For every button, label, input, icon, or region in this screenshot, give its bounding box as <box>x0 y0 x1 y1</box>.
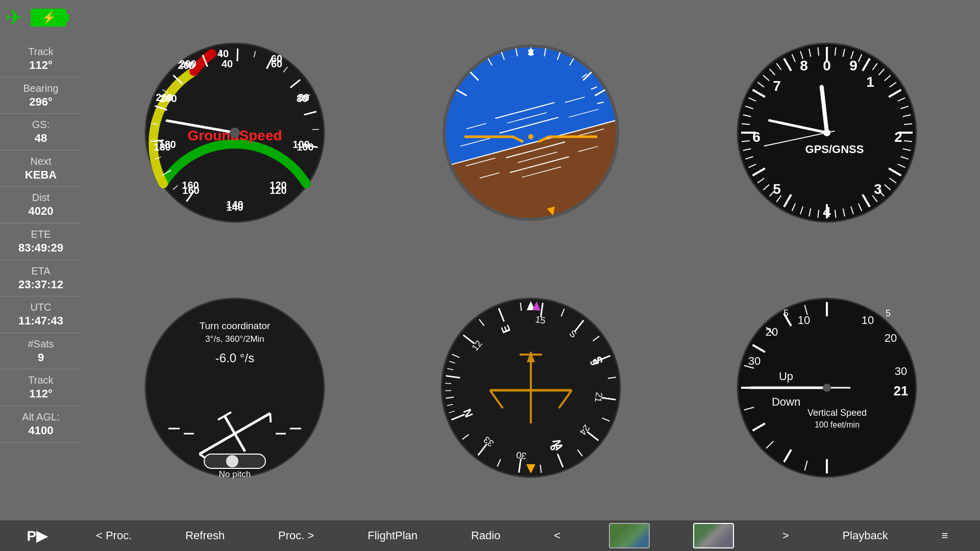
track2-value: 112° <box>5 387 77 402</box>
eta-label: ETA <box>5 264 77 278</box>
sats-value: 9 <box>5 350 77 365</box>
eta-value: 23:37:12 <box>5 278 77 292</box>
svg-text:21: 21 <box>894 383 909 398</box>
sats-label: #Sats <box>5 337 77 350</box>
svg-text:40: 40 <box>217 48 229 59</box>
svg-text:80: 80 <box>298 92 309 103</box>
svg-text:20: 20 <box>885 332 897 344</box>
speedometer-cell: 40 60 80 100 120 140 160 180 200 200 200… <box>92 10 378 255</box>
next-proc-button[interactable]: Proc. > <box>273 527 319 545</box>
sidebar-next: Next KEBA <box>0 151 82 187</box>
map-thumbnail-1[interactable] <box>609 523 650 548</box>
svg-line-21 <box>312 130 319 130</box>
track2-label: Track <box>5 373 77 387</box>
menu-button[interactable]: ≡ <box>937 527 953 545</box>
prev-map-button[interactable]: < <box>549 527 566 545</box>
dist-label: Dist <box>5 191 77 204</box>
toolbar-logo: P▶ <box>27 528 47 544</box>
svg-text:1: 1 <box>866 74 874 90</box>
sidebar-bearing: Bearing 296° <box>0 78 82 114</box>
track-label: Track <box>5 45 77 58</box>
svg-line-7 <box>237 48 238 61</box>
turn-coordinator: Turn coordinator 3°/s, 360°/2Min -6.0 °/… <box>143 296 327 480</box>
svg-text:7: 7 <box>773 78 781 94</box>
svg-text:15: 15 <box>534 314 546 326</box>
svg-text:5: 5 <box>783 308 789 318</box>
battery-icon: ⚡ <box>31 9 66 27</box>
svg-text:160: 160 <box>182 185 199 196</box>
flightplan-button[interactable]: FlightPlan <box>362 527 423 545</box>
svg-text:200: 200 <box>178 60 194 71</box>
attitude-cell: V <box>388 10 674 255</box>
instruments-grid: 40 60 80 100 120 140 160 180 200 200 200… <box>82 0 980 520</box>
toolbar: P▶ < Proc. Refresh Proc. > FlightPlan Ra… <box>0 520 980 551</box>
svg-text:Up: Up <box>779 370 793 383</box>
sidebar-sats: #Sats 9 <box>0 333 82 370</box>
svg-text:5: 5 <box>886 308 891 318</box>
svg-text:100: 100 <box>297 141 313 153</box>
playback-button[interactable]: Playback <box>837 527 893 545</box>
svg-text:9: 9 <box>849 58 857 73</box>
svg-text:2: 2 <box>894 129 902 145</box>
sidebar-altagl: Alt AGL: 4100 <box>0 406 82 443</box>
svg-text:3°/s, 360°/2Min: 3°/s, 360°/2Min <box>205 334 264 344</box>
svg-point-262 <box>823 384 831 392</box>
svg-text:21: 21 <box>593 391 604 403</box>
sidebar-track2: Track 112° <box>0 369 82 406</box>
next-map-button[interactable]: > <box>777 527 794 545</box>
svg-text:No pitch: No pitch <box>219 469 251 479</box>
utc-value: 11:47:43 <box>5 314 77 329</box>
svg-text:30: 30 <box>516 449 527 461</box>
prev-proc-button[interactable]: < Proc. <box>91 527 137 545</box>
svg-text:Vertical Speed: Vertical Speed <box>807 408 867 418</box>
sidebar: Track 112° Bearing 296° GS: 48 Next KEBA… <box>0 41 82 520</box>
svg-text:10: 10 <box>798 314 810 327</box>
svg-text:-6.0 °/s: -6.0 °/s <box>215 351 254 365</box>
svg-text:GPS/GNSS: GPS/GNSS <box>805 143 864 156</box>
ete-value: 83:49:29 <box>5 241 77 256</box>
next-label: Next <box>5 155 77 168</box>
svg-point-44 <box>230 128 240 138</box>
gs-value: 48 <box>5 131 77 146</box>
sidebar-utc: UTC 11:47:43 <box>0 296 82 333</box>
radio-button[interactable]: Radio <box>466 527 505 545</box>
battery-bolt: ⚡ <box>42 11 56 24</box>
utc-label: UTC <box>5 300 77 314</box>
svg-text:120: 120 <box>270 185 286 196</box>
attitude-indicator: V <box>439 41 623 224</box>
clock-cell: 0 1 2 3 4 5 6 7 8 9 GPS/GNSS <box>684 10 970 255</box>
bearing-label: Bearing <box>5 82 77 95</box>
svg-text:30: 30 <box>895 365 907 378</box>
svg-text:V: V <box>528 48 534 58</box>
svg-text:0: 0 <box>823 58 831 73</box>
svg-text:10: 10 <box>862 314 874 327</box>
svg-text:8: 8 <box>800 58 808 73</box>
top-bar: ✈ ⚡ <box>5 5 66 30</box>
sidebar-gs: GS: 48 <box>0 114 82 151</box>
compass-cell: N 3 E 6 S 9 W 12 15 <box>388 265 674 510</box>
vertical-speed: 10 20 30 10 20 30 5 5 Up Down 21 Vertica… <box>735 296 919 480</box>
clock: 0 1 2 3 4 5 6 7 8 9 GPS/GNSS <box>735 41 919 224</box>
svg-text:30: 30 <box>748 355 761 367</box>
gs-label: GS: <box>5 118 77 131</box>
sidebar-ete: ETE 83:49:29 <box>0 223 82 260</box>
svg-text:6: 6 <box>752 129 761 145</box>
svg-text:200: 200 <box>156 92 173 103</box>
altagl-value: 4100 <box>5 423 77 438</box>
sidebar-dist: Dist 4020 <box>0 187 82 223</box>
svg-text:Turn coordinator: Turn coordinator <box>200 320 271 331</box>
svg-text:180: 180 <box>154 141 170 153</box>
svg-text:4: 4 <box>823 204 831 220</box>
map-thumbnail-2[interactable] <box>693 523 734 548</box>
svg-text:3: 3 <box>874 181 882 197</box>
refresh-button[interactable]: Refresh <box>180 527 230 545</box>
speedometer: 40 60 80 100 120 140 160 180 200 200 200… <box>143 41 327 224</box>
sidebar-eta: ETA 23:37:12 <box>0 260 82 297</box>
svg-text:Down: Down <box>772 395 800 408</box>
svg-text:5: 5 <box>773 181 781 197</box>
altagl-label: Alt AGL: <box>5 410 77 423</box>
svg-text:100 feet/min: 100 feet/min <box>815 420 860 429</box>
ete-label: ETE <box>5 228 77 241</box>
svg-point-174 <box>226 455 238 467</box>
sidebar-track: Track 112° <box>0 41 82 78</box>
